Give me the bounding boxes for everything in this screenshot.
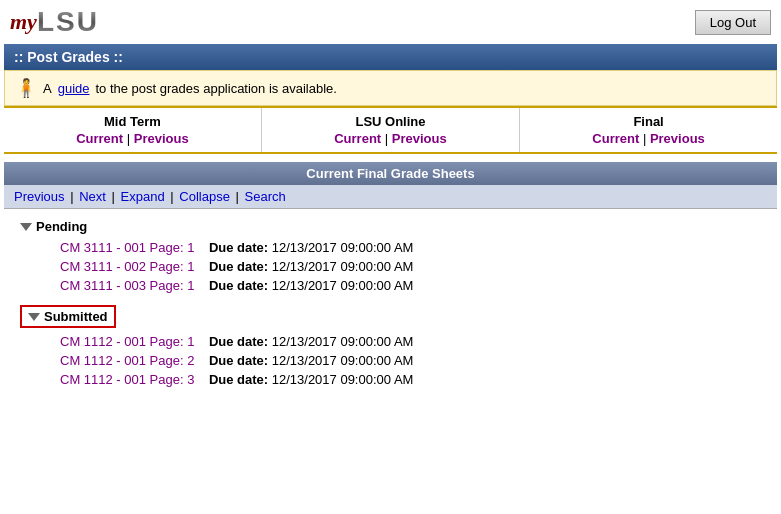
grade-sheets-title: Current Final Grade Sheets (306, 166, 474, 181)
submitted-due-label-0: Due date: (209, 334, 268, 349)
mid-term-previous-link[interactable]: Previous (134, 131, 189, 146)
pending-section: Pending CM 3111 - 001 Page: 1 Due date: … (20, 219, 761, 295)
content-area: Pending CM 3111 - 001 Page: 1 Due date: … (0, 209, 781, 409)
sep2: | (112, 189, 119, 204)
next-link[interactable]: Next (79, 189, 106, 204)
previous-link[interactable]: Previous (14, 189, 65, 204)
logout-button[interactable]: Log Out (695, 10, 771, 35)
submitted-due-date-val-0: 12/13/2017 09:00:00 AM (272, 334, 414, 349)
mid-term-links: Current | Previous (14, 131, 251, 146)
lsu-online-links: Current | Previous (272, 131, 509, 146)
submitted-section: Submitted CM 1112 - 001 Page: 1 Due date… (20, 305, 761, 389)
pending-link-1[interactable]: CM 3111 - 002 Page: 1 (60, 259, 194, 274)
final-heading: Final (530, 114, 767, 129)
sep1: | (70, 189, 77, 204)
pending-due-date-val-2: 12/13/2017 09:00:00 AM (272, 278, 414, 293)
nav-mid-term: Mid Term Current | Previous (4, 107, 261, 153)
navigation-table: Mid Term Current | Previous LSU Online C… (4, 106, 777, 154)
expand-link[interactable]: Expand (121, 189, 165, 204)
lsu-online-sep: | (385, 131, 392, 146)
pending-item-2: CM 3111 - 003 Page: 1 Due date: 12/13/20… (20, 276, 761, 295)
pending-due-label-1: Due date: (209, 259, 268, 274)
final-previous-link[interactable]: Previous (650, 131, 705, 146)
pending-label: Pending (36, 219, 87, 234)
action-bar: Previous | Next | Expand | Collapse | Se… (4, 185, 777, 209)
sep4: | (236, 189, 243, 204)
submitted-link-1[interactable]: CM 1112 - 001 Page: 2 (60, 353, 194, 368)
submitted-item-0: CM 1112 - 001 Page: 1 Due date: 12/13/20… (20, 332, 761, 351)
grade-sheets-header: Current Final Grade Sheets (4, 162, 777, 185)
post-grades-title: :: Post Grades :: (14, 49, 123, 65)
final-sep: | (643, 131, 650, 146)
submitted-item-1: CM 1112 - 001 Page: 2 Due date: 12/13/20… (20, 351, 761, 370)
submitted-due-date-val-2: 12/13/2017 09:00:00 AM (272, 372, 414, 387)
lsu-online-previous-link[interactable]: Previous (392, 131, 447, 146)
post-grades-header: :: Post Grades :: (4, 44, 777, 70)
pending-collapse-icon[interactable] (20, 223, 32, 231)
logo-lsu: LSU (37, 6, 99, 38)
search-link[interactable]: Search (245, 189, 286, 204)
submitted-label: Submitted (44, 309, 108, 324)
nav-final: Final Current | Previous (520, 107, 777, 153)
info-text-after: to the post grades application is availa… (95, 81, 336, 96)
submitted-due-label-2: Due date: (209, 372, 268, 387)
submitted-header: Submitted (20, 305, 761, 328)
sep3: | (170, 189, 177, 204)
pending-due-date-val-1: 12/13/2017 09:00:00 AM (272, 259, 414, 274)
pending-header: Pending (20, 219, 761, 234)
logo-my: my (10, 9, 37, 35)
collapse-link[interactable]: Collapse (179, 189, 230, 204)
nav-lsu-online: LSU Online Current | Previous (261, 107, 519, 153)
mid-term-heading: Mid Term (14, 114, 251, 129)
submitted-link-0[interactable]: CM 1112 - 001 Page: 1 (60, 334, 194, 349)
gingerbread-icon: 🧍 (15, 77, 37, 99)
info-banner: 🧍 A guide to the post grades application… (4, 70, 777, 106)
submitted-due-date-val-1: 12/13/2017 09:00:00 AM (272, 353, 414, 368)
pending-item-0: CM 3111 - 001 Page: 1 Due date: 12/13/20… (20, 238, 761, 257)
submitted-link-2[interactable]: CM 1112 - 001 Page: 3 (60, 372, 194, 387)
logo-area: my LSU (10, 6, 99, 38)
submitted-due-label-1: Due date: (209, 353, 268, 368)
pending-due-label-0: Due date: (209, 240, 268, 255)
mid-term-sep: | (127, 131, 134, 146)
top-bar: my LSU Log Out (0, 0, 781, 44)
pending-item-1: CM 3111 - 002 Page: 1 Due date: 12/13/20… (20, 257, 761, 276)
pending-due-date-val-0: 12/13/2017 09:00:00 AM (272, 240, 414, 255)
pending-link-0[interactable]: CM 3111 - 001 Page: 1 (60, 240, 194, 255)
pending-due-label-2: Due date: (209, 278, 268, 293)
final-links: Current | Previous (530, 131, 767, 146)
mid-term-current-link[interactable]: Current (76, 131, 123, 146)
guide-link[interactable]: guide (58, 81, 90, 96)
submitted-item-2: CM 1112 - 001 Page: 3 Due date: 12/13/20… (20, 370, 761, 389)
pending-link-2[interactable]: CM 3111 - 003 Page: 1 (60, 278, 194, 293)
final-current-link[interactable]: Current (592, 131, 639, 146)
lsu-online-current-link[interactable]: Current (334, 131, 381, 146)
info-text-before: A (43, 81, 52, 96)
submitted-box: Submitted (20, 305, 116, 328)
submitted-collapse-icon[interactable] (28, 313, 40, 321)
lsu-online-heading: LSU Online (272, 114, 509, 129)
